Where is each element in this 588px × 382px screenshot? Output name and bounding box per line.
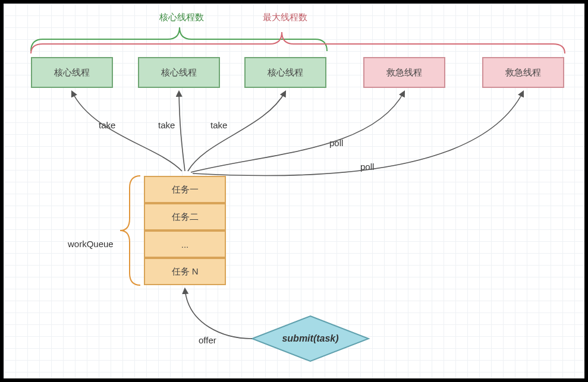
arrow-take-3 [188,91,285,171]
label-poll-1: poll [329,138,343,148]
diagram-canvas: 核心线程数 最大线程数 核心线程 核心线程 核心线程 救急线程 救急线程 tak… [0,0,588,382]
emergency-thread-2: 救急线程 [482,57,564,88]
brace-core [31,27,327,51]
label-max-pool-size: 最大线程数 [263,12,307,23]
task-1: 任务一 [144,176,226,203]
task-4: 任务 N [144,258,226,285]
label-offer: offer [199,335,216,345]
label-take-3: take [210,120,227,130]
brace-workqueue [120,176,140,285]
brace-max [31,32,565,53]
task-2: 任务二 [144,203,226,231]
arrow-poll-2 [193,91,523,176]
arrow-take-1 [72,91,182,171]
label-poll-2: poll [360,162,374,172]
label-take-1: take [99,120,115,130]
core-thread-1: 核心线程 [31,57,113,88]
core-thread-2: 核心线程 [138,57,220,88]
svg-marker-0 [252,316,369,361]
emergency-thread-1: 救急线程 [363,57,445,88]
task-3: ... [144,231,226,258]
label-submit: submit(task) [251,315,370,362]
arrow-offer [185,289,252,339]
submit-diamond: submit(task) [251,315,370,362]
arrow-poll-1 [191,91,404,172]
label-take-2: take [158,120,175,130]
core-thread-3: 核心线程 [244,57,326,88]
label-workqueue: workQueue [68,239,114,249]
label-core-pool-size: 核心线程数 [159,12,204,23]
arrow-take-2 [179,91,185,171]
